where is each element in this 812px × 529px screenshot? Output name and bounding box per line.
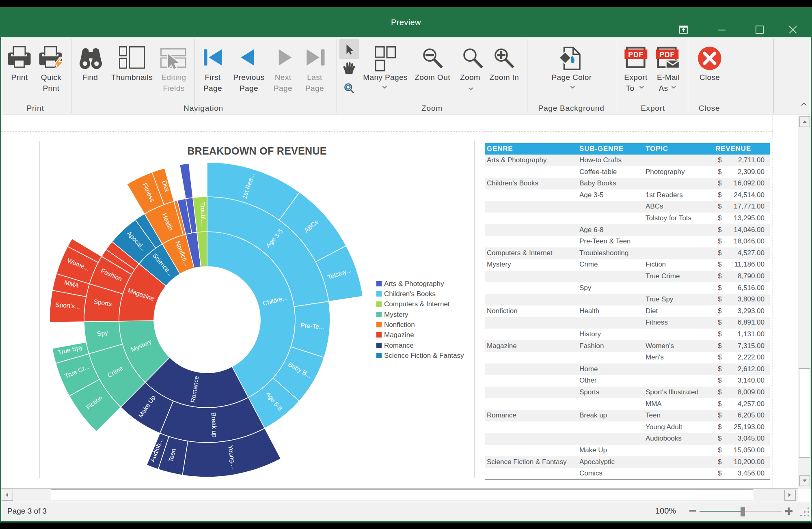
svg-text:Troubl....: Troubl.... <box>199 202 207 226</box>
svg-text:Break up: Break up <box>210 412 218 438</box>
